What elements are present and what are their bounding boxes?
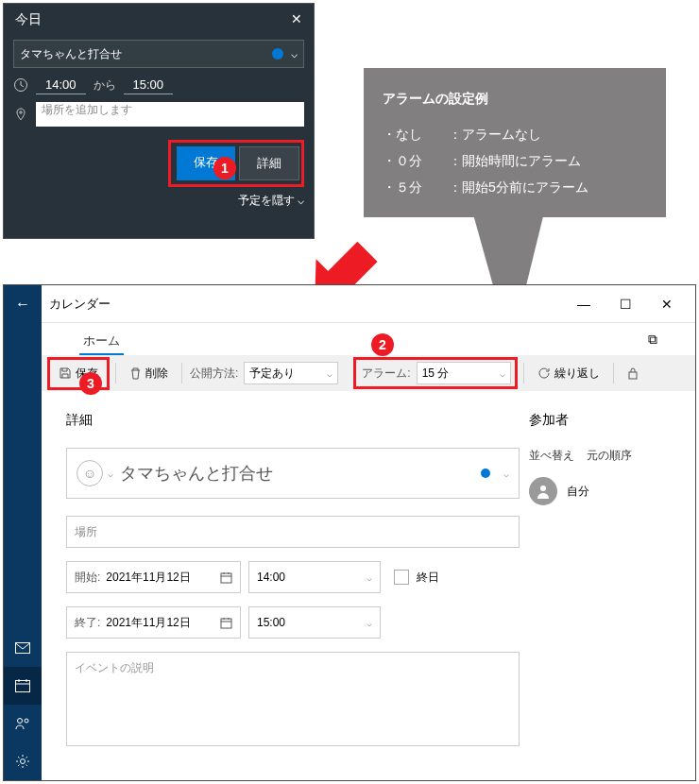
- callout-badge-3: 3: [79, 372, 102, 395]
- main-pane: カレンダー — ☐ ✕ ホーム ⧉ 保存: [42, 285, 695, 780]
- minimize-button[interactable]: —: [563, 297, 605, 312]
- location-input[interactable]: 場所を追加します: [36, 102, 304, 127]
- clock-icon: [13, 77, 28, 93]
- emoji-picker[interactable]: ☺: [77, 460, 103, 486]
- location-input[interactable]: 場所: [66, 516, 520, 548]
- trash-icon: [129, 366, 142, 380]
- participant-name: 自分: [567, 484, 589, 500]
- alarm-highlight: アラーム: 15 分: [353, 357, 517, 389]
- start-time-input[interactable]: 14:00: [36, 76, 86, 94]
- detail-button-highlight: 保存 詳細: [168, 140, 304, 187]
- color-dot-icon: [272, 48, 283, 60]
- callout-badge-1: 1: [213, 157, 236, 179]
- start-date-value: 2021年11月12日: [106, 570, 190, 586]
- start-time-input[interactable]: 14:00 ⌵: [248, 561, 381, 593]
- sort-label[interactable]: 並べ替え: [529, 449, 574, 462]
- section-detail: 詳細: [66, 412, 520, 429]
- alarm-label: アラーム:: [362, 366, 410, 382]
- quick-event-popup: 今日 ✕ タマちゃんと打合せ ⌵ 14:00 から 15:00 場所を追加します…: [3, 3, 315, 239]
- hide-schedule-link[interactable]: 予定を隠す ⌵: [238, 194, 304, 207]
- calendar-icon: [220, 617, 232, 629]
- allday-checkbox[interactable]: [394, 570, 409, 585]
- tab-home[interactable]: ホーム: [79, 327, 124, 355]
- ribbon: 保存 削除 公開方法: 予定あり アラーム: 15 分: [42, 355, 695, 391]
- alarm-hint-box: アラームの設定例 ・なし ：アラームなし ・０分 ：開始時間にアラーム ・５分 …: [364, 68, 666, 217]
- chevron-down-icon[interactable]: ⌵: [291, 47, 298, 60]
- color-dot-icon: [481, 469, 490, 478]
- separator: [613, 363, 614, 383]
- delete-button[interactable]: 削除: [122, 361, 176, 386]
- people-icon[interactable]: [4, 705, 42, 742]
- svg-point-1: [20, 111, 22, 113]
- back-button[interactable]: ←: [4, 285, 42, 323]
- hint-line: ・５分 ：開始5分前にアラーム: [383, 174, 647, 200]
- publish-value: 予定あり: [249, 366, 295, 382]
- private-button[interactable]: [620, 362, 646, 384]
- maximize-button[interactable]: ☐: [605, 297, 646, 312]
- description-input[interactable]: イベントの説明: [66, 652, 520, 746]
- svg-rect-7: [629, 372, 637, 379]
- event-title-input[interactable]: タマちゃんと打合せ ⌵: [13, 40, 304, 68]
- start-label: 開始:: [75, 570, 100, 586]
- lock-icon: [627, 366, 639, 380]
- app-title: カレンダー: [49, 296, 563, 313]
- settings-icon[interactable]: [4, 742, 42, 780]
- alarm-value: 15 分: [422, 366, 450, 382]
- quick-header: 今日: [15, 11, 42, 28]
- svg-rect-2: [16, 643, 30, 654]
- close-icon[interactable]: ✕: [291, 11, 302, 28]
- chevron-down-icon: ⌵: [367, 572, 372, 583]
- start-time-value: 14:00: [257, 571, 285, 584]
- sidebar: ←: [4, 285, 42, 780]
- separator: [181, 363, 182, 383]
- alarm-select[interactable]: 15 分: [417, 362, 511, 384]
- avatar-icon: [529, 477, 557, 505]
- svg-rect-3: [16, 681, 30, 692]
- hint-line: ・なし ：アラームなし: [383, 121, 647, 147]
- repeat-label: 繰り返し: [554, 366, 600, 382]
- repeat-icon: [537, 366, 551, 380]
- delete-label: 削除: [145, 366, 168, 382]
- share-icon[interactable]: ⧉: [648, 332, 657, 348]
- hint-line: ・０分 ：開始時間にアラーム: [383, 147, 647, 174]
- separator: [523, 363, 524, 383]
- titlebar: カレンダー — ☐ ✕: [42, 285, 695, 323]
- time-from-label: から: [94, 77, 116, 94]
- location-placeholder: 場所: [75, 524, 97, 540]
- location-icon: [13, 107, 28, 122]
- mail-icon[interactable]: [4, 629, 42, 667]
- calendar-icon: [220, 571, 232, 584]
- details-button[interactable]: 詳細: [239, 146, 299, 180]
- callout-badge-2: 2: [371, 333, 394, 356]
- participants-column: 参加者 並べ替え 元の順序 自分: [520, 406, 671, 765]
- close-button[interactable]: ✕: [646, 297, 688, 312]
- sort-original[interactable]: 元の順序: [587, 449, 632, 462]
- description-placeholder: イベントの説明: [75, 661, 154, 674]
- calendar-icon[interactable]: [4, 667, 42, 705]
- detail-column: 詳細 ☺ タマちゃんと打合せ ⌵ 場所 開始: 2021年11月12日: [66, 406, 520, 765]
- svg-point-5: [25, 719, 28, 723]
- start-date-input[interactable]: 開始: 2021年11月12日: [66, 561, 241, 593]
- section-participants: 参加者: [529, 412, 671, 429]
- hint-title: アラームの設定例: [383, 85, 647, 111]
- event-title-text: タマちゃんと打合せ: [20, 46, 272, 62]
- repeat-button[interactable]: 繰り返し: [530, 361, 607, 386]
- end-date-value: 2021年11月12日: [106, 615, 190, 631]
- publish-label: 公開方法:: [190, 366, 238, 382]
- separator: [115, 363, 116, 383]
- location-placeholder: 場所を追加します: [42, 103, 132, 116]
- chevron-down-icon[interactable]: ⌵: [503, 469, 509, 479]
- end-time-input[interactable]: 15:00 ⌵: [248, 606, 381, 639]
- svg-rect-9: [221, 619, 231, 628]
- publish-select[interactable]: 予定あり: [244, 362, 338, 384]
- event-title-field[interactable]: ☺ タマちゃんと打合せ ⌵: [66, 448, 520, 499]
- end-time-input[interactable]: 15:00: [124, 76, 174, 94]
- event-title-text: タマちゃんと打合せ: [120, 462, 471, 485]
- end-label: 終了:: [75, 615, 100, 631]
- chevron-down-icon: ⌵: [367, 618, 372, 628]
- end-time-value: 15:00: [257, 616, 285, 629]
- svg-rect-8: [221, 573, 231, 583]
- end-date-input[interactable]: 終了: 2021年11月12日: [66, 606, 241, 639]
- tab-bar: ホーム ⧉: [42, 323, 695, 355]
- participant-self: 自分: [529, 477, 671, 505]
